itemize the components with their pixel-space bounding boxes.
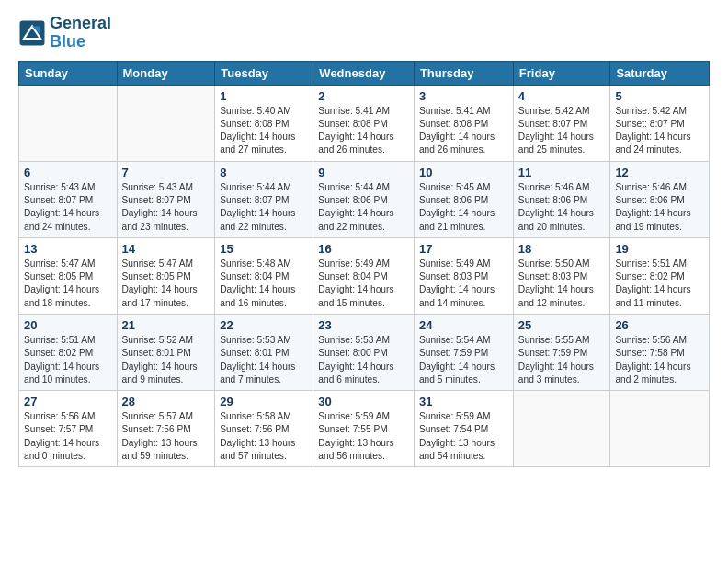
calendar-cell: 20Sunrise: 5:51 AM Sunset: 8:02 PM Dayli…	[19, 314, 118, 390]
calendar-cell: 17Sunrise: 5:49 AM Sunset: 8:03 PM Dayli…	[414, 237, 513, 314]
calendar-cell: 27Sunrise: 5:56 AM Sunset: 7:57 PM Dayli…	[19, 391, 118, 467]
day-number: 9	[318, 166, 409, 179]
weekday-header: Wednesday	[313, 61, 415, 85]
calendar-cell: 8Sunrise: 5:44 AM Sunset: 8:07 PM Daylig…	[215, 161, 313, 237]
day-number: 26	[615, 318, 704, 332]
day-detail: Sunrise: 5:43 AM Sunset: 8:07 PM Dayligh…	[122, 181, 210, 234]
day-detail: Sunrise: 5:54 AM Sunset: 7:59 PM Dayligh…	[419, 334, 508, 386]
calendar-cell: 23Sunrise: 5:53 AM Sunset: 8:00 PM Dayli…	[313, 314, 415, 390]
day-number: 15	[220, 242, 308, 256]
calendar-cell: 3Sunrise: 5:41 AM Sunset: 8:08 PM Daylig…	[414, 85, 513, 161]
logo-text: General Blue	[50, 15, 111, 52]
calendar-cell	[513, 391, 610, 467]
day-number: 23	[318, 318, 409, 332]
day-number: 17	[419, 242, 508, 256]
day-number: 2	[318, 89, 409, 103]
day-number: 5	[615, 89, 704, 103]
day-number: 30	[318, 395, 409, 408]
calendar-week-row: 27Sunrise: 5:56 AM Sunset: 7:57 PM Dayli…	[19, 391, 710, 467]
day-detail: Sunrise: 5:58 AM Sunset: 7:56 PM Dayligh…	[220, 410, 308, 463]
day-number: 20	[24, 318, 112, 332]
day-detail: Sunrise: 5:52 AM Sunset: 8:01 PM Dayligh…	[122, 334, 210, 386]
day-number: 25	[518, 318, 606, 332]
day-detail: Sunrise: 5:55 AM Sunset: 7:59 PM Dayligh…	[518, 334, 606, 386]
day-number: 8	[220, 166, 308, 179]
calendar-cell: 12Sunrise: 5:46 AM Sunset: 8:06 PM Dayli…	[610, 161, 710, 237]
day-detail: Sunrise: 5:46 AM Sunset: 8:06 PM Dayligh…	[518, 181, 606, 234]
day-number: 10	[419, 166, 508, 179]
day-detail: Sunrise: 5:51 AM Sunset: 8:02 PM Dayligh…	[24, 334, 112, 386]
weekday-header: Monday	[117, 61, 215, 85]
day-detail: Sunrise: 5:56 AM Sunset: 7:57 PM Dayligh…	[24, 410, 112, 463]
day-detail: Sunrise: 5:41 AM Sunset: 8:08 PM Dayligh…	[318, 105, 409, 157]
calendar-cell: 7Sunrise: 5:43 AM Sunset: 8:07 PM Daylig…	[117, 161, 215, 237]
day-detail: Sunrise: 5:43 AM Sunset: 8:07 PM Dayligh…	[24, 181, 112, 234]
calendar-cell: 15Sunrise: 5:48 AM Sunset: 8:04 PM Dayli…	[215, 237, 313, 314]
weekday-header: Thursday	[414, 61, 513, 85]
calendar-cell: 31Sunrise: 5:59 AM Sunset: 7:54 PM Dayli…	[414, 391, 513, 467]
calendar-cell: 30Sunrise: 5:59 AM Sunset: 7:55 PM Dayli…	[313, 391, 415, 467]
day-detail: Sunrise: 5:59 AM Sunset: 7:55 PM Dayligh…	[318, 410, 409, 463]
day-number: 12	[615, 166, 704, 179]
day-number: 3	[419, 89, 508, 103]
day-number: 4	[518, 89, 606, 103]
calendar-cell: 11Sunrise: 5:46 AM Sunset: 8:06 PM Dayli…	[513, 161, 610, 237]
day-number: 7	[122, 166, 210, 179]
calendar-week-row: 1Sunrise: 5:40 AM Sunset: 8:08 PM Daylig…	[19, 85, 710, 161]
weekday-header: Friday	[513, 61, 610, 85]
calendar-header-row: SundayMondayTuesdayWednesdayThursdayFrid…	[19, 61, 710, 85]
calendar-cell: 13Sunrise: 5:47 AM Sunset: 8:05 PM Dayli…	[19, 237, 118, 314]
day-detail: Sunrise: 5:40 AM Sunset: 8:08 PM Dayligh…	[220, 105, 308, 157]
calendar-cell: 14Sunrise: 5:47 AM Sunset: 8:05 PM Dayli…	[117, 237, 215, 314]
calendar-cell: 4Sunrise: 5:42 AM Sunset: 8:07 PM Daylig…	[513, 85, 610, 161]
calendar-cell: 18Sunrise: 5:50 AM Sunset: 8:03 PM Dayli…	[513, 237, 610, 314]
calendar-cell: 22Sunrise: 5:53 AM Sunset: 8:01 PM Dayli…	[215, 314, 313, 390]
calendar-cell: 24Sunrise: 5:54 AM Sunset: 7:59 PM Dayli…	[414, 314, 513, 390]
day-number: 27	[24, 395, 112, 408]
calendar-cell	[610, 391, 710, 467]
calendar-cell: 10Sunrise: 5:45 AM Sunset: 8:06 PM Dayli…	[414, 161, 513, 237]
day-number: 21	[122, 318, 210, 332]
calendar-week-row: 13Sunrise: 5:47 AM Sunset: 8:05 PM Dayli…	[19, 237, 710, 314]
day-detail: Sunrise: 5:44 AM Sunset: 8:07 PM Dayligh…	[220, 181, 308, 234]
day-detail: Sunrise: 5:56 AM Sunset: 7:58 PM Dayligh…	[615, 334, 704, 386]
day-number: 19	[615, 242, 704, 256]
calendar-cell: 25Sunrise: 5:55 AM Sunset: 7:59 PM Dayli…	[513, 314, 610, 390]
calendar-cell: 26Sunrise: 5:56 AM Sunset: 7:58 PM Dayli…	[610, 314, 710, 390]
weekday-header: Sunday	[19, 61, 118, 85]
day-number: 16	[318, 242, 409, 256]
day-detail: Sunrise: 5:48 AM Sunset: 8:04 PM Dayligh…	[220, 258, 308, 310]
day-number: 13	[24, 242, 112, 256]
header: General Blue	[18, 15, 710, 52]
day-detail: Sunrise: 5:44 AM Sunset: 8:06 PM Dayligh…	[318, 181, 409, 234]
day-detail: Sunrise: 5:53 AM Sunset: 8:00 PM Dayligh…	[318, 334, 409, 386]
calendar-cell: 1Sunrise: 5:40 AM Sunset: 8:08 PM Daylig…	[215, 85, 313, 161]
day-detail: Sunrise: 5:49 AM Sunset: 8:04 PM Dayligh…	[318, 258, 409, 310]
calendar-week-row: 20Sunrise: 5:51 AM Sunset: 8:02 PM Dayli…	[19, 314, 710, 390]
day-number: 22	[220, 318, 308, 332]
day-detail: Sunrise: 5:46 AM Sunset: 8:06 PM Dayligh…	[615, 181, 704, 234]
calendar-cell: 29Sunrise: 5:58 AM Sunset: 7:56 PM Dayli…	[215, 391, 313, 467]
calendar-cell: 2Sunrise: 5:41 AM Sunset: 8:08 PM Daylig…	[313, 85, 415, 161]
day-detail: Sunrise: 5:57 AM Sunset: 7:56 PM Dayligh…	[122, 410, 210, 463]
logo-icon	[18, 19, 46, 47]
calendar-cell: 21Sunrise: 5:52 AM Sunset: 8:01 PM Dayli…	[117, 314, 215, 390]
calendar-cell: 9Sunrise: 5:44 AM Sunset: 8:06 PM Daylig…	[313, 161, 415, 237]
calendar-cell	[19, 85, 118, 161]
day-detail: Sunrise: 5:42 AM Sunset: 8:07 PM Dayligh…	[518, 105, 606, 157]
calendar-cell	[117, 85, 215, 161]
page: General Blue SundayMondayTuesdayWednesda…	[0, 0, 728, 563]
calendar-cell: 6Sunrise: 5:43 AM Sunset: 8:07 PM Daylig…	[19, 161, 118, 237]
day-number: 14	[122, 242, 210, 256]
day-number: 31	[419, 395, 508, 408]
weekday-header: Tuesday	[215, 61, 313, 85]
day-number: 6	[24, 166, 112, 179]
day-detail: Sunrise: 5:47 AM Sunset: 8:05 PM Dayligh…	[24, 258, 112, 310]
calendar-table: SundayMondayTuesdayWednesdayThursdayFrid…	[18, 61, 710, 468]
calendar-cell: 5Sunrise: 5:42 AM Sunset: 8:07 PM Daylig…	[610, 85, 710, 161]
day-detail: Sunrise: 5:49 AM Sunset: 8:03 PM Dayligh…	[419, 258, 508, 310]
calendar-cell: 16Sunrise: 5:49 AM Sunset: 8:04 PM Dayli…	[313, 237, 415, 314]
day-detail: Sunrise: 5:59 AM Sunset: 7:54 PM Dayligh…	[419, 410, 508, 463]
day-detail: Sunrise: 5:51 AM Sunset: 8:02 PM Dayligh…	[615, 258, 704, 310]
day-detail: Sunrise: 5:53 AM Sunset: 8:01 PM Dayligh…	[220, 334, 308, 386]
